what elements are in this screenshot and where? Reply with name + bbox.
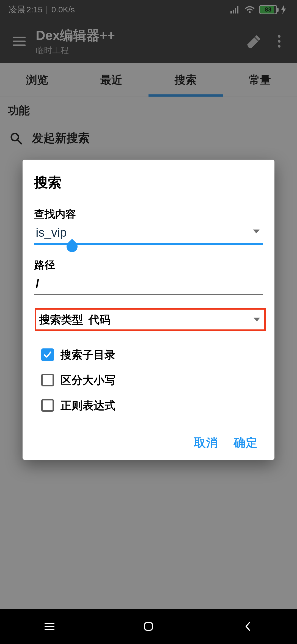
checkbox-subdirs[interactable]: [41, 348, 54, 361]
dialog-title: 搜索: [34, 173, 263, 192]
checkbox-regex-label: 正则表达式: [61, 398, 116, 413]
checkbox-case[interactable]: [41, 374, 54, 386]
search-type-dropdown[interactable]: 搜索类型 代码: [35, 308, 266, 331]
checkbox-row-regex[interactable]: 正则表达式: [41, 393, 263, 418]
checkbox-subdirs-label: 搜索子目录: [61, 347, 116, 362]
checkbox-regex[interactable]: [41, 399, 54, 412]
nav-recents-button[interactable]: [33, 615, 66, 637]
svg-rect-16: [145, 623, 152, 630]
path-label: 路径: [34, 258, 263, 272]
ok-button[interactable]: 确定: [234, 435, 258, 451]
system-nav-bar: [0, 609, 297, 644]
find-label: 查找内容: [34, 207, 263, 221]
search-dialog: 搜索 查找内容 路径 搜索类型 代码 搜索子目录 区分大小写: [23, 160, 274, 460]
nav-home-button[interactable]: [132, 615, 165, 637]
chevron-down-icon: [254, 318, 260, 321]
find-history-dropdown-icon[interactable]: [253, 230, 260, 233]
checkbox-row-subdirs[interactable]: 搜索子目录: [41, 342, 263, 367]
checkbox-case-label: 区分大小写: [61, 373, 116, 388]
search-type-label: 搜索类型: [39, 312, 83, 327]
checkbox-row-case[interactable]: 区分大小写: [41, 367, 263, 393]
find-input[interactable]: [34, 223, 263, 245]
cancel-button[interactable]: 取消: [194, 435, 218, 451]
nav-back-button[interactable]: [231, 615, 264, 637]
path-input[interactable]: [34, 274, 263, 295]
search-type-value: 代码: [89, 312, 111, 327]
